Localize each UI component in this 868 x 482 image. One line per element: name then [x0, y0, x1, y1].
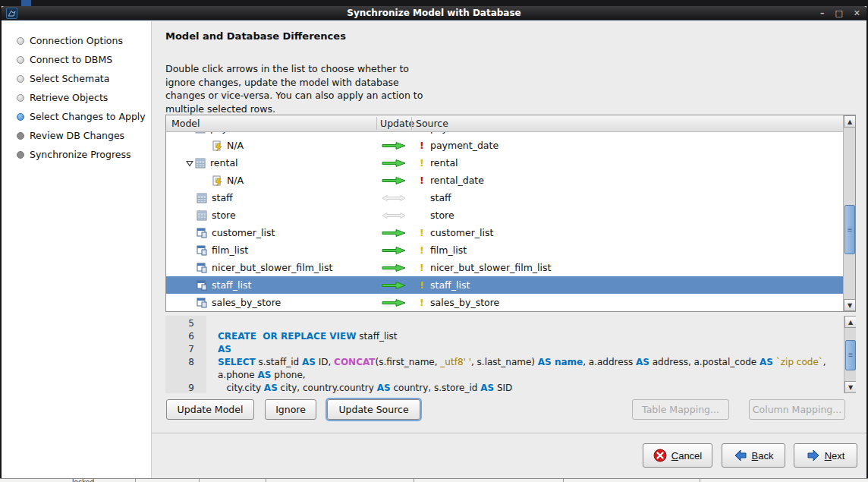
next-arrow-icon: [807, 449, 820, 462]
table-row-n-a[interactable]: N/A!rental_date: [166, 172, 843, 189]
expander-triangle-icon[interactable]: [184, 159, 195, 167]
line-number: 9: [165, 382, 206, 393]
update-right-arrow-icon: [381, 176, 407, 185]
view-icon: [197, 298, 208, 308]
table-row-store[interactable]: store!store: [166, 206, 843, 224]
background-icon-fragment: [21, 0, 31, 6]
back-button[interactable]: Back: [722, 443, 785, 468]
table-row-nicer-but-slower-film-list[interactable]: nicer_but_slower_film_list!nicer_but_slo…: [166, 259, 843, 276]
model-name: rental: [210, 157, 238, 169]
tree-scrollbar-thumb[interactable]: ☰: [844, 205, 855, 254]
column-mapping-button[interactable]: Column Mapping...: [749, 399, 845, 420]
window-controls: – □ ✕: [820, 6, 860, 20]
page-title: Model and Database Differences: [165, 30, 346, 42]
source-name: payment: [430, 132, 473, 134]
update-right-arrow-icon: [381, 263, 407, 273]
step-label: Review DB Changes: [30, 130, 124, 141]
difference-flag-icon: !: [420, 157, 427, 169]
wizard-step-select-schemata: Select Schemata: [2, 69, 151, 88]
update-direction-cell[interactable]: [376, 281, 411, 290]
minimize-icon[interactable]: –: [820, 9, 825, 17]
sql-line: 8SELECT s.staff_id AS ID, CONCAT(s.first…: [165, 356, 843, 382]
table-row-sales-by-store[interactable]: sales_by_store!sales_by_store: [166, 294, 843, 311]
column-header-model[interactable]: Model: [171, 118, 200, 129]
column-header-update[interactable]: Update: [380, 118, 414, 129]
source-name: rental: [430, 157, 458, 169]
update-source-button[interactable]: Update Source: [327, 399, 420, 420]
model-name: customer_list: [212, 227, 275, 238]
step-label: Connect to DBMS: [30, 54, 112, 65]
step-label: Connection Options: [30, 35, 123, 46]
update-direction-cell[interactable]: [376, 132, 411, 133]
update-direction-cell[interactable]: [376, 176, 411, 185]
table-row-film-list[interactable]: film_list!film_list: [166, 241, 843, 259]
trigger-icon: [212, 175, 223, 186]
window-title: Synchronize Model with Database: [2, 8, 866, 18]
source-name: store: [430, 209, 454, 221]
column-divider[interactable]: [411, 117, 412, 130]
close-icon[interactable]: ✕: [854, 9, 860, 17]
line-number: 6: [165, 330, 206, 343]
scroll-down-icon[interactable]: ▼: [844, 299, 856, 311]
table-mapping-button[interactable]: Table Mapping...: [632, 399, 729, 420]
model-name: sales_by_store: [212, 297, 281, 308]
trigger-icon: [212, 140, 223, 151]
ignore-button[interactable]: Ignore: [265, 399, 316, 420]
update-direction-cell[interactable]: [376, 228, 411, 238]
cancel-button[interactable]: Cancel: [643, 443, 712, 468]
next-button[interactable]: Next: [794, 443, 857, 468]
sql-code: 56CREATE OR REPLACE VIEW staff_list7AS8S…: [165, 317, 843, 393]
table-row-rental[interactable]: rental!rental: [166, 154, 843, 172]
sql-scrollbar-thumb[interactable]: ☰: [845, 340, 856, 370]
update-right-arrow-icon: [381, 132, 407, 133]
update-right-arrow-icon: [381, 228, 407, 238]
cancel-label: Cancel: [671, 450, 702, 462]
cancel-icon: [653, 449, 667, 462]
update-right-arrow-icon: [381, 141, 407, 150]
difference-flag-icon: !: [420, 279, 427, 291]
page-description: Double click arrows in the list to choos…: [165, 62, 437, 115]
column-header-source[interactable]: Source: [416, 118, 448, 129]
scroll-up-icon[interactable]: ▲: [844, 115, 856, 128]
view-icon: [197, 263, 208, 273]
update-direction-cell[interactable]: [376, 246, 411, 255]
table-icon: [197, 193, 208, 203]
tree-header: Model Update Source: [166, 115, 843, 132]
source-name: customer_list: [430, 227, 493, 238]
table-row-staff-list[interactable]: staff_list!staff_list: [166, 276, 843, 294]
update-direction-cell[interactable]: [376, 159, 411, 168]
maximize-icon[interactable]: □: [835, 9, 842, 17]
wizard-steps-sidebar: Connection OptionsConnect to DBMSSelect …: [2, 21, 152, 478]
sql-line-text: AS: [206, 343, 843, 356]
synchronize-dialog: Synchronize Model with Database – □ ✕ Co…: [2, 6, 866, 478]
table-row-n-a[interactable]: N/A!payment_date: [166, 137, 843, 154]
scroll-down-icon[interactable]: ▼: [844, 381, 856, 393]
back-label: Back: [752, 450, 774, 462]
wizard-step-retrieve-objects: Retrieve Objects: [2, 88, 151, 107]
update-right-arrow-icon: [381, 298, 407, 307]
update-direction-cell[interactable]: [376, 141, 411, 150]
scroll-up-icon[interactable]: ▲: [844, 316, 856, 328]
mysql-workbench-icon: [6, 8, 17, 19]
sql-scrollbar[interactable]: ▲ ☰ ▼: [844, 316, 856, 393]
difference-flag-icon: !: [420, 227, 427, 238]
dialog-titlebar[interactable]: Synchronize Model with Database – □ ✕: [2, 6, 866, 20]
step-bullet-icon: [17, 94, 24, 102]
update-model-button[interactable]: Update Model: [166, 399, 254, 420]
step-bullet-icon: [17, 56, 24, 64]
update-direction-cell[interactable]: [376, 298, 411, 307]
column-divider[interactable]: [376, 117, 377, 130]
difference-flag-icon: !: [420, 140, 427, 151]
update-direction-cell[interactable]: [376, 211, 411, 220]
difference-flag-icon: !: [420, 175, 427, 186]
model-name: store: [212, 209, 236, 221]
update-right-arrow-icon: [381, 281, 407, 290]
next-label: Next: [825, 450, 845, 462]
update-direction-cell[interactable]: [376, 263, 411, 273]
sql-line-text: city.city AS city, country.country AS co…: [206, 382, 843, 393]
update-direction-cell[interactable]: [376, 194, 411, 203]
table-row-customer-list[interactable]: customer_list!customer_list: [166, 224, 843, 241]
table-row-staff[interactable]: staff!staff: [166, 189, 843, 206]
ignore-arrow-icon: [381, 194, 407, 203]
tree-scrollbar[interactable]: ▲ ☰ ▼: [843, 115, 855, 311]
